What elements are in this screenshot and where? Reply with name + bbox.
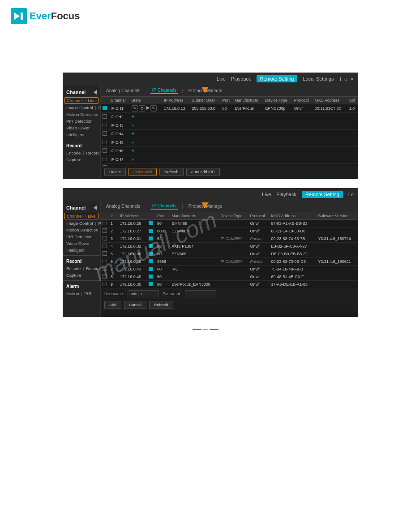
row-check-mark[interactable]	[149, 221, 153, 225]
nav-remote-setting-1[interactable]: Remote Setting	[257, 75, 298, 82]
row-check-mark[interactable]	[149, 229, 153, 233]
sidebar-item-videocover-2[interactable]: Video Cover	[63, 240, 100, 247]
th-sw: Sof	[347, 97, 358, 104]
row-port-2: 80	[155, 243, 170, 250]
add-icon[interactable]: +	[132, 131, 135, 137]
sidebar-item-pir[interactable]: PIR Detection	[63, 118, 100, 124]
row-checked-2	[147, 220, 156, 227]
sidebar-item-motion[interactable]: Motion Detection	[63, 111, 100, 118]
tab-analog-1[interactable]: Analog Channels	[104, 88, 142, 94]
sidebar-item-image-2[interactable]: Image Control | PTZ	[63, 220, 100, 227]
sidebar-item-capture[interactable]: Capture	[63, 156, 100, 163]
row-sw	[347, 130, 358, 138]
row-protocol-2: Onvif	[248, 273, 269, 281]
tab-ip-channels-1[interactable]: IP Channels	[150, 87, 178, 94]
sidebar-item-encode[interactable]: Encode | Record	[63, 150, 100, 156]
add-icon[interactable]: +	[132, 122, 135, 129]
row-check-mark[interactable]	[149, 244, 153, 248]
row-checkbox[interactable]	[103, 148, 107, 153]
row-checkbox-2[interactable]	[103, 251, 107, 256]
sidebar-item-image-control[interactable]: Image Control | PTZ	[63, 104, 100, 111]
add-icon[interactable]: +	[132, 148, 135, 154]
sidebar-item-motion-pir[interactable]: Motion | PIR	[63, 290, 100, 297]
row-num: 1	[109, 220, 118, 227]
row-checkbox-2[interactable]	[103, 244, 107, 248]
table-row: 5 172.16.0.36 80 EZN368 Onvif DE-F3-B0-E…	[101, 250, 358, 258]
sidebar-item-encode-2[interactable]: Encode | Record	[63, 265, 100, 272]
sidebar-item-intelligent[interactable]: Intelligent	[63, 131, 100, 138]
row-checkbox-2[interactable]	[103, 221, 107, 225]
cancel-button[interactable]: Cancel	[124, 301, 146, 309]
add-icon[interactable]: +	[132, 114, 135, 120]
password-input[interactable]	[185, 290, 216, 297]
row-check-mark[interactable]	[149, 236, 153, 240]
nav-live-1[interactable]: Live	[217, 76, 226, 82]
sidebar-item-channel[interactable]: Channel | Live	[64, 97, 98, 104]
state-icon[interactable]: ✎	[132, 105, 138, 112]
row-mask	[190, 113, 220, 121]
row-type	[263, 130, 292, 138]
table-row: IP CH3 +	[101, 121, 358, 130]
close-icon[interactable]: ×	[350, 76, 354, 82]
config-icon[interactable]: ⚙	[139, 105, 145, 112]
play-icon[interactable]	[146, 106, 150, 110]
add-button[interactable]: Add	[104, 301, 121, 309]
sidebar-item-motion-2[interactable]: Motion Detection	[63, 227, 100, 233]
nav-playback-1[interactable]: Playback	[231, 76, 251, 82]
tab-ip-channels-2[interactable]: IP Channels	[150, 203, 178, 210]
row-checkbox-2[interactable]	[103, 259, 107, 263]
row-check-mark[interactable]	[149, 282, 153, 286]
row-checkbox[interactable]	[103, 140, 107, 144]
nav-playback-2[interactable]: Playback	[276, 192, 296, 197]
row-checkbox-2[interactable]	[103, 282, 107, 286]
content-area-1: Analog Channels | IP Channels | Protocol…	[101, 85, 358, 179]
nav-lo-2[interactable]: Lo	[348, 192, 354, 197]
row-checkbox[interactable]	[103, 114, 107, 119]
sidebar-item-pir-2[interactable]: PIR Detection	[63, 233, 100, 240]
logo-part1: Ever	[30, 10, 51, 21]
row-checkbox-2[interactable]	[103, 274, 107, 279]
row-checkbox-2[interactable]	[103, 228, 107, 233]
logo-text: EverFocus	[30, 10, 80, 22]
row-type	[263, 121, 292, 130]
row-checkbox-2[interactable]	[103, 236, 107, 240]
info-icon[interactable]: ℹ	[339, 76, 342, 82]
delete-button-1[interactable]: Delete	[104, 168, 126, 176]
sidebar-item-video-cover[interactable]: Video Cover	[63, 124, 100, 131]
add-icon[interactable]: +	[132, 139, 135, 146]
nav-remote-setting-2[interactable]: Remote Setting	[302, 191, 343, 198]
refresh-button-2[interactable]: Refresh	[149, 301, 173, 309]
row-checkbox[interactable]	[103, 165, 107, 166]
sidebar-item-intelligent-2[interactable]: Intelligent	[63, 247, 100, 253]
nav-local-settings-1[interactable]: Local Settings	[303, 76, 334, 82]
sidebar-item-capture-2[interactable]: Capture	[63, 272, 100, 279]
row-check-mark[interactable]	[149, 252, 153, 256]
row-checkbox[interactable]	[103, 123, 107, 127]
row-check-mark[interactable]	[149, 259, 153, 263]
th2-mac: MAC Address	[270, 212, 317, 220]
row-check-mark[interactable]	[149, 267, 153, 271]
row-checkbox[interactable]	[103, 157, 107, 161]
collapse-arrow-icon-2[interactable]	[94, 206, 97, 210]
auto-add-ipc-button[interactable]: Auto add IPC	[186, 168, 220, 176]
row-check-mark[interactable]	[149, 275, 153, 279]
row-mac	[313, 155, 347, 164]
quick-add-button[interactable]: Quick Add	[128, 168, 157, 176]
collapse-arrow-icon[interactable]	[94, 90, 97, 94]
sidebar-videocover-label-2: Video Cover	[66, 241, 90, 246]
row-checkbox[interactable]	[103, 106, 107, 110]
sidebar-item-channel-2[interactable]: Channel | Live	[64, 213, 98, 219]
refresh-button-1[interactable]: Refresh	[159, 168, 184, 176]
row-sw: 1.0	[347, 104, 358, 113]
row-checkbox[interactable]	[103, 131, 107, 136]
nav-live-2[interactable]: Live	[262, 192, 271, 197]
username-input[interactable]	[128, 290, 159, 297]
btn-bar-1: Delete Quick Add Refresh Auto add IPC	[101, 166, 358, 178]
edit-icon[interactable]: ✎	[150, 105, 157, 112]
row-checkbox-2[interactable]	[103, 266, 107, 271]
circle-icon[interactable]: ○	[344, 76, 348, 82]
add-icon[interactable]: +	[132, 165, 135, 166]
tab-analog-2[interactable]: Analog Channels	[104, 203, 142, 209]
row-protocol	[292, 121, 313, 130]
add-icon[interactable]: +	[132, 156, 135, 163]
